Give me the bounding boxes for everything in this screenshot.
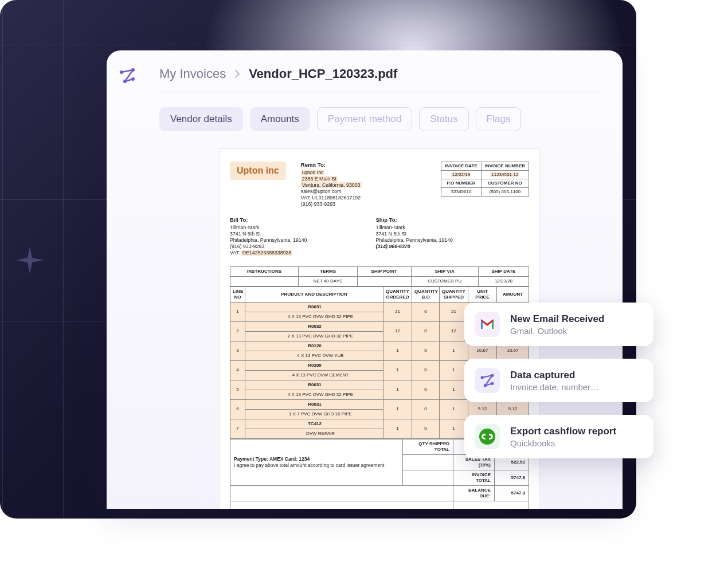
integration-cards: New Email Received Gmail, Outlook Data c… [464, 303, 653, 458]
card-data-captured[interactable]: Data captured Invoice date, number… [464, 359, 653, 402]
qty-shipped-total-label: QTY SHIPPED TOTAL [403, 439, 453, 454]
payment-type: Payment Type: AMEX Card: 1234 [234, 456, 310, 462]
invoice-meta: INVOICE DATEINVOICE NUMBER 12/22/1911234… [441, 162, 529, 207]
ship-city: Philadelphia, Pennsylvania, 19140 [376, 237, 453, 244]
col-unit-price: UNIT PRICE [468, 286, 497, 302]
invoice-total-value: 5747.8 [495, 470, 529, 485]
ship-phone: (314) 966-6370 [376, 244, 453, 250]
breadcrumb: My Invoices Vendor_HCP_120323.pdf [159, 66, 600, 92]
balance-due-value: 5747.8 [495, 485, 529, 501]
tab-amounts[interactable]: Amounts [250, 107, 310, 131]
card-title: Data captured [510, 370, 599, 381]
bill-vat: DE142526388338938 [241, 250, 293, 256]
td-ship-via: CUSTOMER PU [411, 276, 478, 286]
quickbooks-icon [475, 424, 500, 449]
sparkle-icon [16, 246, 44, 274]
card-subtitle: Quickbooks [510, 438, 616, 448]
bill-name: Tillman-Stark [230, 225, 307, 231]
remit-email: sales@upton.com [301, 189, 426, 195]
tab-payment-method[interactable]: Payment method [317, 107, 413, 131]
bill-heading: Bill To: [230, 217, 307, 223]
tab-vendor-details[interactable]: Vendor details [159, 107, 243, 131]
chevron-right-icon [234, 66, 241, 81]
invoice-date: 12/22/19 [451, 172, 471, 177]
invoice-number-header: INVOICE NUMBER [481, 162, 529, 171]
breadcrumb-root[interactable]: My Invoices [159, 66, 226, 81]
bill-city: Philadelphia, Pennsylvania, 19140 [230, 237, 307, 244]
signature-icon: Adh [480, 507, 502, 509]
customer-no-header: CUSTOMER NO [481, 179, 529, 188]
col-qty-ordered: QUANTITY ORDERED [383, 286, 412, 302]
payment-agree: I agree to pay above total amount accord… [234, 462, 399, 469]
terms-table: INSTRUCTIONS TERMS SHIP POINT SHIP VIA S… [230, 266, 529, 286]
col-amount: AMOUNT [497, 286, 529, 302]
balance-due-label: BALANCE DUE: [453, 485, 495, 501]
remit-heading: Remit To: [301, 162, 426, 168]
ship-name: Tillman-Stark [376, 225, 453, 231]
col-qty-bo: QUANTITY B.O [412, 286, 440, 302]
td-terms: NET 40 DAYS [299, 276, 358, 286]
bill-to-block: Bill To: Tillman-Stark 3741 N 5th St Phi… [230, 217, 307, 256]
card-new-email[interactable]: New Email Received Gmail, Outlook [464, 303, 653, 346]
remit-phone: (916) 933-9293 [301, 201, 426, 207]
bill-street: 3741 N 5th St [230, 231, 307, 237]
breadcrumb-file: Vendor_HCP_120323.pdf [249, 66, 397, 81]
th-ship-via: SHIP VIA [411, 266, 478, 276]
vendor-name-highlight: Upton inc [230, 162, 286, 180]
tab-status[interactable]: Status [419, 107, 468, 131]
customer-no: (805) 653-1100 [481, 188, 529, 197]
app-logo-icon [118, 66, 136, 85]
tab-flags[interactable]: Flags [476, 107, 522, 131]
col-product: PRODUCT AND DESCRIPTION [245, 286, 383, 302]
app-rail [107, 50, 148, 509]
bill-vat-label: VAT: [230, 250, 240, 256]
invoice-number: 11234531-12 [490, 172, 519, 177]
th-terms: TERMS [299, 266, 358, 276]
card-title: Export cashflow report [510, 426, 616, 437]
po-number-header: P.O NUMBER [441, 179, 481, 188]
invoice-date-header: INVOICE DATE [441, 162, 481, 171]
td-instructions [230, 276, 299, 286]
th-ship-date: SHIP DATE [478, 266, 529, 276]
invoice-total-label: INVOICE TOTAL [453, 470, 495, 485]
tabs: Vendor details Amounts Payment method St… [159, 107, 600, 131]
remit-city: Ventura, California, 93003 [301, 182, 362, 188]
ship-to-block: Ship To: Tillman-Stark 3741 N 5th St Phi… [376, 217, 453, 256]
po-number: 32345610 [441, 188, 481, 197]
col-line-no: LINE NO [230, 286, 245, 302]
th-ship-point: SHIP POINT [357, 266, 411, 276]
bill-phone: (916) 933-9293 [230, 244, 307, 250]
td-ship-date: 12/23/20 [478, 276, 529, 286]
remit-vat: VAT: UL011898182617192 [301, 195, 426, 201]
ship-heading: Ship To: [376, 217, 453, 223]
remit-to-block: Remit To: Upton Inc 2386 E Main St Ventu… [301, 162, 426, 207]
card-subtitle: Gmail, Outlook [510, 326, 604, 336]
th-instructions: INSTRUCTIONS [230, 266, 299, 276]
nanonets-icon [475, 368, 500, 393]
remit-name: Upton Inc [301, 170, 325, 175]
ship-street: 3741 N 5th St [376, 231, 453, 237]
card-subtitle: Invoice date, number… [510, 382, 599, 392]
remit-street: 2386 E Main St [301, 176, 338, 182]
col-qty-shipped: QUANTITY SHIPPED [440, 286, 468, 302]
card-title: New Email Received [510, 313, 604, 325]
card-export-cashflow[interactable]: Export cashflow report Quickbooks [464, 415, 653, 458]
payment-note: Payment Type: AMEX Card: 1234 I agree to… [230, 439, 403, 485]
td-ship-point [357, 276, 411, 286]
gmail-icon [475, 312, 500, 337]
